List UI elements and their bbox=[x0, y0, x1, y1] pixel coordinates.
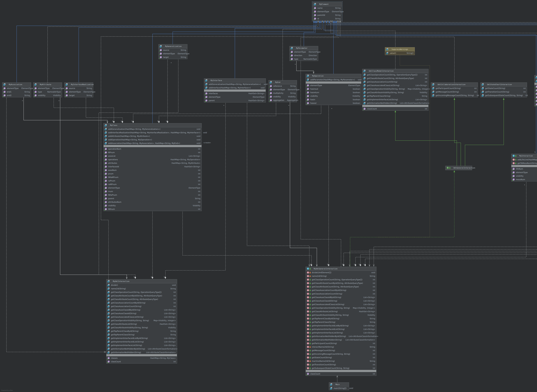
member-row[interactable]: pNRnumint bbox=[104, 207, 201, 211]
member-row[interactable]: mgetStateCount(String)int bbox=[306, 356, 376, 359]
member-row[interactable]: mgetClassAttributeCount(String, Attribut… bbox=[306, 285, 376, 289]
member-row[interactable]: pvisibilityVisibility bbox=[511, 174, 537, 178]
member-row[interactable]: JgetClassAssoClassId(String)List<String> bbox=[106, 312, 177, 315]
member-row[interactable]: JgetClassOperationVisibility(String, Str… bbox=[106, 319, 177, 322]
member-row[interactable]: psourceString bbox=[159, 48, 187, 52]
member-row[interactable]: JaddParameter(HashMap<String, MyParamete… bbox=[306, 78, 361, 81]
member-row[interactable]: JgetTopParentClass(String)String bbox=[106, 333, 177, 336]
member-row[interactable]: ppnumint bbox=[104, 172, 201, 175]
member-row[interactable]: pNRaNPnumint bbox=[104, 175, 201, 179]
class-node-MyInterfaceRealization[interactable]: JMyInterfaceRealizationpsourceStringpele… bbox=[64, 82, 93, 97]
member-row[interactable]: mgetClassOperationVisibility(String, Str… bbox=[306, 306, 376, 310]
class-node-MyAssociation[interactable]: JMyAssociationpelementTypeElementTypepen… bbox=[2, 82, 31, 97]
member-row[interactable]: JgetClassAssociatedClassList(String)List… bbox=[362, 84, 428, 87]
member-row[interactable]: pelementTypeElementType bbox=[65, 90, 93, 93]
member-row[interactable]: mgetClassAssoClassIdById(String)List<Str… bbox=[306, 295, 376, 299]
class-node-MyInteraction[interactable]: CMyInteractionmaddLifeLine(HashMap<Strin… bbox=[511, 154, 537, 182]
class-node-MyParameter[interactable]: JMyParameterpelementTypeElementTypepdire… bbox=[290, 46, 318, 61]
member-row[interactable]: mgetClassAttributeList(String)HashSet<St… bbox=[306, 310, 376, 313]
member-row[interactable]: pelementTypeElementType bbox=[535, 85, 537, 89]
class-header[interactable]: JMyUmlInteraction bbox=[106, 280, 177, 283]
member-row[interactable]: pelementTypeElementType bbox=[290, 50, 318, 54]
member-row[interactable]: pNPnumint bbox=[104, 151, 201, 154]
member-row[interactable]: ptargetString bbox=[65, 93, 93, 97]
member-row[interactable]: mgetTransitionCount(String)int bbox=[306, 363, 376, 366]
member-row[interactable]: pparentHashSet<String> bbox=[204, 99, 266, 102]
member-row[interactable]: preferenceString bbox=[269, 84, 297, 88]
member-row[interactable]: JgetClassAttributeVisibility(String, Str… bbox=[362, 91, 428, 94]
class-header[interactable]: JMyParameter bbox=[290, 46, 318, 50]
member-row[interactable]: phasreturnboolean bbox=[306, 91, 361, 94]
member-row[interactable]: pmessageNumint bbox=[535, 92, 537, 95]
member-row[interactable]: mdivide(UmlElement[])void bbox=[306, 271, 376, 274]
class-node-UmlStateChartInteraction[interactable]: JUmlStateChartInteractionJgetStateCount(… bbox=[480, 82, 527, 97]
member-row[interactable]: pelementTypeElementType bbox=[269, 88, 297, 91]
member-row[interactable]: JgetImplementInterfaceIdListById(String)… bbox=[106, 336, 177, 340]
member-row[interactable]: mgetTopParentClassById(String)String bbox=[306, 317, 376, 320]
class-header[interactable]: IUmlGeneralInteraction bbox=[446, 166, 472, 170]
member-row[interactable]: pvisibilityVisibility bbox=[269, 95, 297, 98]
member-row[interactable]: mgetClassAssociationCount(String)int bbox=[306, 292, 376, 295]
member-row[interactable]: pmessNumint bbox=[511, 178, 537, 181]
class-node-MyLifeLine[interactable]: JMyLifeLineJaddMessage(HashMap<String, M… bbox=[534, 75, 537, 106]
member-row[interactable]: mgetClassAttributeCountById(String, Attr… bbox=[306, 281, 376, 285]
member-row[interactable]: pelementTypeElementType bbox=[306, 84, 361, 87]
member-row[interactable]: prepresentString bbox=[535, 103, 537, 106]
member-row[interactable]: JgetClassAssociatedClassList(String)List… bbox=[106, 315, 177, 319]
member-row[interactable]: pinterfacesIdHashSet<String> bbox=[104, 165, 201, 168]
class-node-MyClass[interactable]: JMyClassJaddGeneralization(HashMap<Strin… bbox=[103, 123, 202, 211]
member-row[interactable]: pparentIdString bbox=[313, 13, 342, 17]
member-row[interactable]: pnameString bbox=[313, 6, 342, 10]
member-row[interactable]: psourceString bbox=[65, 86, 93, 90]
member-row[interactable]: JgetClassOperationVisibility(String, Str… bbox=[362, 87, 428, 91]
member-row[interactable]: mgetInformationNotHiddenById(String)List… bbox=[306, 335, 376, 338]
member-row[interactable]: JgetInformationNotHidden(String)List<Att… bbox=[106, 350, 177, 354]
member-row[interactable]: JgetClassAttributeList(String)HashSet<St… bbox=[106, 322, 177, 326]
member-row[interactable]: Jdivide()void bbox=[106, 283, 177, 287]
member-row[interactable]: pclassCountint bbox=[306, 372, 376, 376]
member-row[interactable]: JgetClassAssociationCountById(String)int bbox=[106, 301, 177, 304]
member-row[interactable]: pelementTypeElementType bbox=[313, 10, 342, 13]
class-header[interactable]: JMyGeneralization bbox=[159, 44, 187, 48]
member-row[interactable]: pclassCountint bbox=[362, 107, 428, 111]
member-row[interactable]: pelementTypeElementType bbox=[33, 86, 62, 90]
member-row[interactable]: mgetIncomingMessageCount(String, String)… bbox=[306, 352, 376, 356]
member-row[interactable]: JaddInterfaceRealization(HashMap<String,… bbox=[104, 131, 201, 134]
class-node-MyEnd[interactable]: JMyEndpreferenceStringpelementTypeElemen… bbox=[268, 80, 297, 102]
member-row[interactable]: mgetSubsequentStateCount(String, String)… bbox=[306, 366, 376, 370]
member-row[interactable]: ptoMessNumint bbox=[535, 89, 537, 92]
member-row[interactable]: JgetParticipantCount(String)int bbox=[431, 86, 478, 90]
member-row[interactable]: poperationNumint bbox=[104, 147, 201, 151]
class-header[interactable]: JMyLifeLine bbox=[535, 75, 537, 79]
member-row[interactable]: JgetImplementInterfaceList(String)List<S… bbox=[106, 344, 177, 347]
member-row[interactable]: pend2String bbox=[2, 93, 31, 97]
member-row[interactable]: mgetInformationNotHidden(String)List<Att… bbox=[306, 338, 376, 341]
class-header[interactable]: JMain bbox=[329, 383, 349, 386]
class-node-MyUmlGeneralInteraction[interactable]: CMyUmlGeneralInteractionmdivide(UmlEleme… bbox=[306, 267, 376, 376]
class-header[interactable]: JMyAttribute bbox=[33, 83, 62, 86]
member-row[interactable]: mgetTopParentClass(String)String bbox=[306, 320, 376, 324]
member-row[interactable]: JaddAssociation(HashMap<String, MyAssoci… bbox=[104, 141, 201, 145]
class-node-Main[interactable]: JMainJmain(String[])void bbox=[329, 382, 349, 390]
member-row[interactable]: mgetClassOperationCount(String, Operatio… bbox=[306, 278, 376, 281]
class-header[interactable]: JUmlCollaborationInteraction bbox=[431, 83, 478, 86]
class-node-MyInterface[interactable]: JMyInterfaceJaddGeneralization(HashMap<S… bbox=[204, 78, 266, 103]
class-header[interactable]: JMyOperation bbox=[306, 74, 361, 78]
member-row[interactable]: JaddInterface(HashMap<String, MyInterfac… bbox=[204, 86, 266, 89]
member-row[interactable]: mgetParticipantCount(String)int bbox=[306, 341, 376, 345]
class-node-MyOperation[interactable]: JMyOperationJaddParameter(HashMap<String… bbox=[306, 74, 361, 105]
member-row[interactable]: prnumint bbox=[104, 190, 201, 193]
class-header[interactable]: @SuppressWarnings bbox=[385, 47, 414, 51]
member-row[interactable]: mgetClassAssociationCountById(String)int bbox=[306, 289, 376, 292]
member-row[interactable]: @value()String[] bbox=[385, 51, 414, 55]
member-row[interactable]: JgetClassAttributeCount(String, Attribut… bbox=[362, 76, 428, 80]
member-row[interactable]: Jname2id(String)String bbox=[106, 287, 177, 290]
member-row[interactable]: JgetTransitionCount(String)int bbox=[481, 90, 527, 93]
member-row[interactable]: JgetClassAssociationCount(String)int bbox=[106, 304, 177, 308]
member-row[interactable]: JgetMessageCount(String)int bbox=[431, 90, 478, 93]
member-row[interactable]: pdirectionDirection bbox=[290, 54, 318, 57]
member-row[interactable]: praPnumint bbox=[104, 179, 201, 182]
member-row[interactable]: JgetClassAttributeCountById(String, Attr… bbox=[106, 294, 177, 298]
class-header[interactable]: JUmlClassModelInteraction bbox=[362, 69, 428, 73]
member-row[interactable]: pelementTypeElementType bbox=[104, 186, 201, 190]
